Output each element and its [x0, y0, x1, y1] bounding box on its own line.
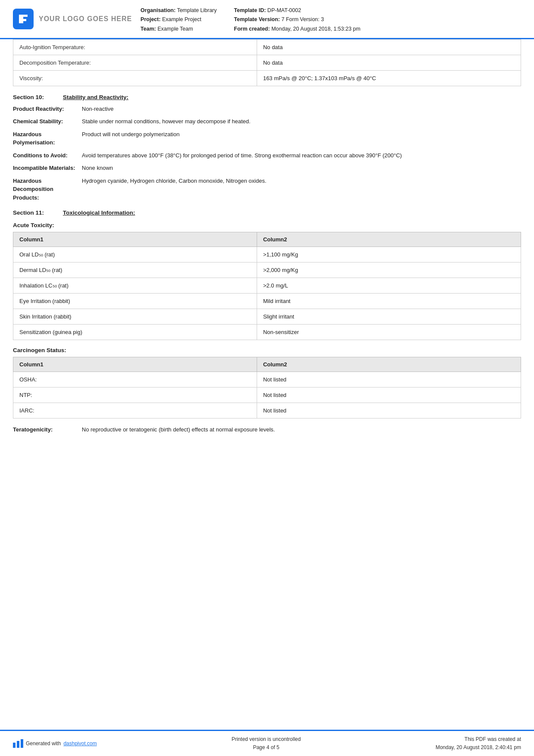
acute-col1-header: Column1 [13, 232, 257, 247]
acute-col2: >1,100 mg/Kg [257, 247, 521, 262]
acute-table-row: Sensitization (guinea pig)Non-sensitizer [13, 325, 521, 340]
section10-fields: Product Reactivity:Non-reactiveChemical … [13, 105, 521, 202]
footer-center-line1: Printed version is uncontrolled [232, 735, 301, 744]
org-row: Organisation: Template Library [140, 6, 217, 15]
section10-field-row: Conditions to Avoid:Avoid temperatures a… [13, 151, 521, 160]
logo-text: YOUR LOGO GOES HERE [39, 15, 132, 23]
footer: Generated with dashpivot.com Printed ver… [0, 730, 534, 756]
section10-field-row: Chemical Stability:Stable under normal c… [13, 117, 521, 126]
carc-col1: IARC: [13, 403, 257, 419]
carc-table-row: OSHA:Not listed [13, 372, 521, 387]
section10-number: Section 10: [13, 94, 56, 100]
field-value: Non-reactive [82, 105, 521, 113]
section11-number: Section 11: [13, 209, 56, 216]
carc-table-row: NTP:Not listed [13, 387, 521, 403]
acute-col1: Sensitization (guinea pig) [13, 325, 257, 340]
team-row: Team: Example Team [140, 25, 217, 34]
org-value: Template Library [177, 7, 217, 13]
carcinogen-label: Carcinogen Status: [13, 347, 521, 353]
template-version-label: Template Version: [234, 16, 280, 22]
field-value: Product will not undergo polymerization [82, 130, 521, 147]
acute-table-row: Dermal LD₅₀ (rat)>2,000 mg/Kg [13, 262, 521, 278]
org-label: Organisation: [140, 7, 175, 13]
prop-label: Decomposition Temperature: [13, 55, 257, 70]
form-created-label: Form created: [234, 26, 270, 32]
footer-center-line2: Page 4 of 5 [232, 744, 301, 752]
template-id-value: DP-MAT-0002 [267, 7, 301, 13]
field-value: None known [82, 164, 521, 172]
project-value: Example Project [162, 16, 201, 22]
acute-toxicity-label: Acute Toxicity: [13, 222, 521, 228]
acute-col2: Slight irritant [257, 309, 521, 325]
teratogenicity-row: Teratogenicity: No reproductive or terat… [13, 425, 521, 434]
carc-col2: Not listed [257, 403, 521, 419]
acute-table-row: Skin Irritation (rabbit)Slight irritant [13, 309, 521, 325]
prop-value: 163 mPa/s @ 20°C; 1.37x103 mPa/s @ 40°C [257, 70, 521, 86]
acute-col2-header: Column2 [257, 232, 521, 247]
logo-svg [17, 12, 30, 25]
form-version-value: 3 [321, 16, 324, 22]
header-meta-col-left: Organisation: Template Library Project: … [140, 6, 217, 34]
acute-col1: Eye Irritation (rabbit) [13, 294, 257, 309]
prop-table-row: Auto-Ignition Temperature:No data [13, 39, 521, 55]
team-label: Team: [140, 26, 156, 32]
property-table: Auto-Ignition Temperature:No dataDecompo… [13, 39, 521, 86]
footer-left: Generated with dashpivot.com [13, 739, 97, 748]
acute-table-row: Inhalation LC₅₀ (rat)>2.0 mg/L [13, 278, 521, 294]
svg-rect-1 [17, 741, 19, 748]
template-id-label: Template ID: [234, 7, 266, 13]
section10-header: Section 10: Stability and Reactivity: [13, 94, 521, 100]
carc-table-row: IARC:Not listed [13, 403, 521, 419]
prop-label: Auto-Ignition Temperature: [13, 39, 257, 55]
carc-col1: OSHA: [13, 372, 257, 387]
svg-rect-0 [13, 743, 16, 748]
footer-link[interactable]: dashpivot.com [63, 740, 96, 747]
form-version-label: Form Version: [286, 16, 321, 22]
section10-field-row: Hazardous Polymerisation:Product will no… [13, 130, 521, 147]
field-label: Hazardous Decomposition Products: [13, 177, 82, 202]
carc-col2: Not listed [257, 387, 521, 403]
form-created-row: Form created: Monday, 20 August 2018, 1:… [234, 25, 360, 34]
carc-col1-header: Column1 [13, 357, 257, 372]
acute-toxicity-table: Column1 Column2 Oral LD₅₀ (rat)>1,100 mg… [13, 232, 521, 340]
acute-table-row: Oral LD₅₀ (rat)>1,100 mg/Kg [13, 247, 521, 262]
field-label: Incompatible Materials: [13, 164, 82, 172]
section10-field-row: Hazardous Decomposition Products:Hydroge… [13, 177, 521, 202]
acute-col1: Skin Irritation (rabbit) [13, 309, 257, 325]
page: YOUR LOGO GOES HERE Organisation: Templa… [0, 0, 534, 756]
footer-center: Printed version is uncontrolled Page 4 o… [232, 735, 301, 752]
footer-generated-text: Generated with [26, 740, 61, 747]
footer-right-line2: Monday, 20 August 2018, 2:40:41 pm [435, 744, 521, 752]
logo-icon [13, 9, 34, 29]
header-meta: Organisation: Template Library Project: … [140, 4, 521, 34]
section11-header: Section 11: Toxicological Information: [13, 209, 521, 216]
svg-rect-2 [21, 739, 23, 748]
acute-col1: Oral LD₅₀ (rat) [13, 247, 257, 262]
carc-col1: NTP: [13, 387, 257, 403]
template-id-row: Template ID: DP-MAT-0002 [234, 6, 360, 15]
teratogenicity-value: No reproductive or teratogenic (birth de… [82, 425, 521, 434]
field-value: Avoid temperatures above 100°F (38°C) fo… [82, 151, 521, 160]
field-label: Chemical Stability: [13, 117, 82, 126]
project-row: Project: Example Project [140, 15, 217, 24]
project-label: Project: [140, 16, 161, 22]
acute-col2: >2,000 mg/Kg [257, 262, 521, 278]
prop-value: No data [257, 55, 521, 70]
acute-col1: Inhalation LC₅₀ (rat) [13, 278, 257, 294]
logo-area: YOUR LOGO GOES HERE [13, 4, 132, 34]
version-row: Template Version: 7 Form Version: 3 [234, 15, 360, 24]
section10-field-row: Incompatible Materials:None known [13, 164, 521, 172]
acute-col2: >2.0 mg/L [257, 278, 521, 294]
acute-col2: Mild irritant [257, 294, 521, 309]
carc-col2: Not listed [257, 372, 521, 387]
section10-title: Stability and Reactivity: [63, 94, 128, 100]
field-label: Hazardous Polymerisation: [13, 130, 82, 147]
header: YOUR LOGO GOES HERE Organisation: Templa… [0, 0, 534, 39]
field-value: Hydrogen cyanide, Hydrogen chloride, Car… [82, 177, 521, 202]
prop-value: No data [257, 39, 521, 55]
acute-col2: Non-sensitizer [257, 325, 521, 340]
prop-table-row: Decomposition Temperature:No data [13, 55, 521, 70]
acute-col1: Dermal LD₅₀ (rat) [13, 262, 257, 278]
prop-table-row: Viscosity:163 mPa/s @ 20°C; 1.37x103 mPa… [13, 70, 521, 86]
carc-col2-header: Column2 [257, 357, 521, 372]
